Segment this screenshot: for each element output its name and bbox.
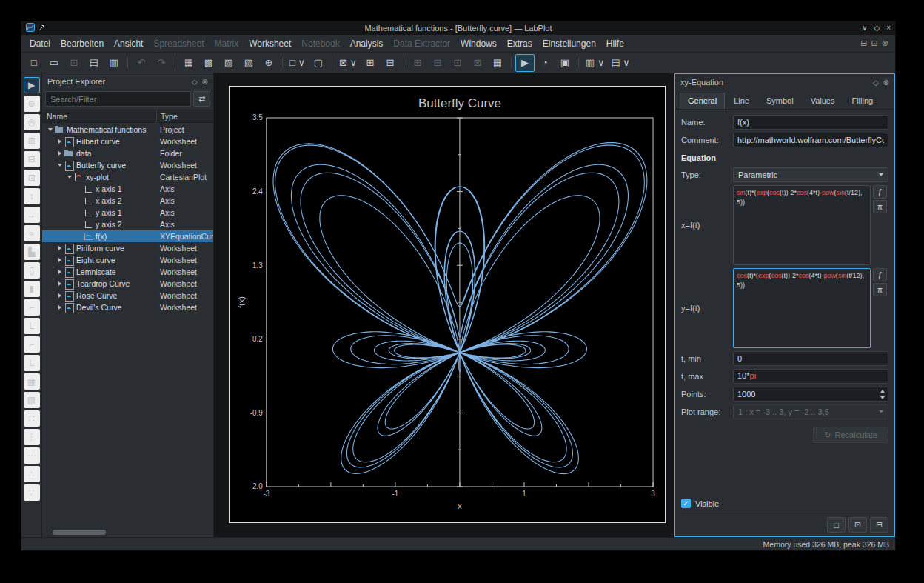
t-max-input[interactable]: 10*pi	[733, 369, 888, 384]
tree-row-y-axis-1[interactable]: y axis 1 Axis	[42, 207, 213, 219]
name-input[interactable]	[733, 115, 888, 130]
toolbar-new-matrix-button[interactable]: ▩	[199, 54, 218, 72]
save-default-button[interactable]: ⊟	[870, 517, 888, 533]
points-stepper[interactable]	[733, 387, 888, 402]
tool-zoom-select-button[interactable]: ◎	[24, 114, 40, 130]
insert-constant-button[interactable]: π	[873, 283, 887, 296]
tree-row-eight-curve[interactable]: Eight curve Worksheet	[42, 254, 213, 266]
filter-options-button[interactable]: ⇄	[193, 91, 210, 107]
menu-data-extractor[interactable]: Data Extractor	[388, 35, 455, 53]
toolbar-arrange-dropdown[interactable]: ▤ ∨	[608, 54, 632, 72]
menu-einstellungen[interactable]: Einstellungen	[538, 35, 601, 53]
tree-row-devils-curve[interactable]: Devil's Curve Worksheet	[42, 302, 213, 313]
tree-row-xy-plot[interactable]: xy-plot CartesianPlot	[42, 171, 213, 183]
toolbar-close-window-button[interactable]: ⊠	[468, 54, 487, 72]
close-button[interactable]: ×	[886, 24, 891, 32]
tool-shift-vertical-button[interactable]: ↕	[24, 188, 40, 204]
tool-align-grid-button[interactable]: ∷	[24, 410, 40, 427]
toolbar-print-button[interactable]: ▤	[84, 54, 104, 72]
plot-svg[interactable]: Butterfly Curve3.52.41.30.2-0.9-2.0-3-11…	[230, 87, 665, 522]
tool-add-axis-top-button[interactable]: ⌐	[24, 299, 40, 316]
expander-icon[interactable]	[56, 302, 64, 313]
toolbar-layout-dropdown[interactable]: ▥ ∨	[583, 54, 607, 72]
toolbar-redo-button[interactable]: ↷	[152, 54, 171, 72]
tree-row-mathematical-functions[interactable]: Mathematical functions Project	[42, 124, 213, 136]
expander-icon[interactable]	[56, 290, 64, 302]
column-header-name[interactable]: Name	[47, 110, 67, 123]
tool-add-barplot-button[interactable]: ▮	[24, 281, 40, 297]
toolbar-zoom-dropdown[interactable]: ⊠ ∨	[336, 54, 360, 72]
column-header-type[interactable]: Type	[156, 110, 178, 123]
maximize-button[interactable]: ◇	[874, 24, 880, 32]
tool-align-horizontal-button[interactable]: ⋯	[24, 447, 40, 464]
float-dock-icon[interactable]: ◇	[192, 78, 198, 86]
tab-general[interactable]: General	[680, 93, 725, 109]
insert-function-button[interactable]: ƒ	[873, 268, 887, 281]
menu-datei[interactable]: Datei	[24, 35, 56, 53]
expander-icon[interactable]	[46, 124, 55, 136]
expander-icon[interactable]	[56, 159, 64, 171]
tool-crosshair-button[interactable]: ⊕	[24, 96, 40, 112]
toolbar-new-worksheet-button[interactable]: ▧	[219, 54, 238, 72]
tool-add-curve-button[interactable]: ≈	[24, 225, 40, 241]
toolbar-zoom-fit-button[interactable]: ⊞	[361, 54, 380, 72]
menu-hilfe[interactable]: Hilfe	[601, 35, 629, 53]
toolbar-open-project-button[interactable]: ▭	[44, 54, 64, 72]
tree-row-teardrop-curve[interactable]: Teardrop Curve Worksheet	[42, 278, 213, 290]
type-combo[interactable]: Parametric	[733, 167, 888, 182]
menu-matrix[interactable]: Matrix	[209, 35, 244, 53]
mdi-minimize-icon[interactable]: ⊟	[860, 39, 867, 48]
tool-add-histogram-button[interactable]: ▙	[24, 244, 40, 260]
tab-line[interactable]: Line	[726, 93, 757, 109]
insert-function-button[interactable]: ƒ	[873, 185, 887, 199]
comment-input[interactable]	[733, 133, 888, 147]
toolbar-undo-button[interactable]: ↶	[132, 54, 151, 72]
tool-add-axis-bottom-button[interactable]: L	[24, 355, 40, 371]
tree-row-x-axis-2[interactable]: x axis 2 Axis	[42, 195, 213, 207]
float-dock-icon[interactable]: ◇	[873, 79, 879, 87]
menu-bearbeiten[interactable]: Bearbeiten	[56, 35, 109, 53]
menu-windows[interactable]: Windows	[455, 35, 502, 53]
expander-icon[interactable]	[56, 266, 64, 278]
tree-row-fx[interactable]: f(x) XYEquationCurve	[42, 230, 213, 242]
toolbar-split-horizontal-button[interactable]: ⊞	[408, 54, 427, 72]
tool-add-boxplot-button[interactable]: ▯	[24, 262, 40, 279]
menu-ansicht[interactable]: Ansicht	[109, 35, 148, 53]
toolbar-new-project-button[interactable]: □	[24, 54, 44, 72]
spin-up-icon[interactable]	[877, 387, 888, 394]
horizontal-scrollbar[interactable]	[53, 530, 106, 535]
mdi-close-icon[interactable]: ⊗	[882, 39, 888, 48]
tool-select-button[interactable]: ▶	[24, 77, 40, 93]
minimize-button[interactable]: ∨	[862, 24, 867, 32]
spin-down-icon[interactable]	[877, 394, 888, 401]
toolbar-new-object-dropdown[interactable]: □ ∨	[287, 54, 308, 72]
toolbar-new-datapicker-button[interactable]: ⊕	[259, 54, 278, 72]
mdi-restore-icon[interactable]: ⊡	[871, 39, 878, 48]
menu-worksheet[interactable]: Worksheet	[244, 35, 296, 53]
save-template-button[interactable]: ⊡	[848, 517, 867, 533]
tree-row-butterfly-curve[interactable]: Butterfly curve Worksheet	[42, 159, 213, 171]
menu-spreadsheet[interactable]: Spreadsheet	[148, 35, 209, 53]
toolbar-print-preview-button[interactable]: ▥	[104, 54, 124, 72]
x-equation-input[interactable]: sin(t)*(exp(cos(t))-2*cos(4*t)-pow(sin(t…	[733, 185, 871, 265]
tool-add-cartesian-plot-button[interactable]: ▦	[24, 373, 40, 390]
expander-icon[interactable]	[56, 278, 64, 290]
tool-zoom-box-button[interactable]: ⊞	[24, 133, 40, 149]
close-dock-icon[interactable]: ⊗	[883, 79, 889, 87]
points-input[interactable]	[734, 387, 877, 401]
toolbar-new-notebook-button[interactable]: ▨	[239, 54, 258, 72]
tool-zoom-y-button[interactable]: ⊡	[24, 170, 40, 186]
visible-checkbox[interactable]: ✓	[681, 499, 691, 508]
y-equation-input[interactable]: cos(t)*(exp(cos(t))-2*cos(4*t)-pow(sin(t…	[733, 268, 871, 348]
toolbar-new-folder-button[interactable]: ▢	[309, 54, 328, 72]
t-min-input[interactable]	[733, 351, 888, 366]
toolbar-zoom-original-button[interactable]: ⊟	[381, 54, 400, 72]
tree-row-lemniscate[interactable]: Lemniscate Worksheet	[42, 266, 213, 278]
tool-align-vertical-button[interactable]: ⋮	[24, 429, 40, 445]
tab-values[interactable]: Values	[803, 93, 843, 109]
tool-zoom-x-button[interactable]: ⊟	[24, 151, 40, 167]
toolbar-split-vertical-button[interactable]: ⊟	[428, 54, 447, 72]
expander-icon[interactable]	[56, 147, 64, 159]
tool-add-axis-left-button[interactable]: L	[24, 318, 40, 334]
expander-icon[interactable]	[65, 171, 74, 183]
